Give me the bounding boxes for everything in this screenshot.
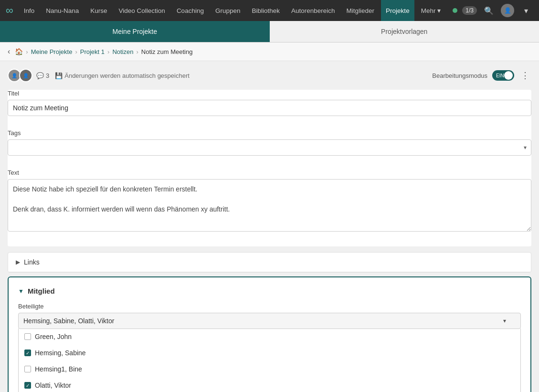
titel-group: Titel (8, 90, 531, 116)
form-card: Titel Tags ▾ Text Diese Notiz habe ich s… (8, 90, 531, 246)
beteiligte-label: Beteiligte (18, 303, 521, 310)
nav-item-mehr[interactable]: Mehr ▾ (416, 0, 446, 21)
nav-badge: 1/3 (462, 6, 477, 15)
dropdown-value: Hemsing, Sabine, Olatti, Viktor (23, 317, 114, 325)
dropdown-item-0[interactable]: Green, John (19, 328, 520, 345)
dropdown-item-1[interactable]: ✓ Hemsing, Sabine (19, 345, 520, 361)
autosave-text: 💾 Änderungen werden automatisch gespeich… (55, 72, 190, 79)
beteiligte-dropdown-list: Green, John ✓ Hemsing, Sabine Hemsing1, … (18, 328, 521, 392)
bc-sep-1: › (26, 48, 28, 55)
bc-sep-4: › (136, 48, 138, 55)
nav-item-coaching[interactable]: Coaching (172, 0, 209, 21)
links-expand-icon: ▶ (16, 259, 20, 265)
home-icon[interactable]: 🏠 (15, 48, 23, 55)
text-textarea[interactable]: Diese Notiz habe ich speziell für den ko… (8, 179, 531, 232)
beteiligte-dropdown-trigger[interactable]: Hemsing, Sabine, Olatti, Viktor ▾ (18, 313, 521, 329)
nav-item-info[interactable]: Info (19, 0, 40, 21)
mitglied-label: Mitglied (28, 287, 55, 295)
avatar-stack: 👤 👤 (8, 69, 31, 82)
dropdown-arrow-icon: ▾ (503, 318, 506, 324)
bc-current: Notiz zum Meeting (141, 48, 193, 55)
nav-item-nanu[interactable]: Nanu-Nana (41, 0, 84, 21)
back-button[interactable]: ‹ (8, 47, 10, 56)
checkbox-hemsing1-bine[interactable] (24, 366, 31, 372)
breadcrumb: ‹ 🏠 › Meine Projekte › Projekt 1 › Notiz… (0, 42, 539, 61)
save-icon: 💾 (55, 72, 63, 79)
bc-projekt1[interactable]: Projekt 1 (80, 48, 105, 55)
autosave-label: Änderungen werden automatisch gespeicher… (64, 72, 190, 79)
tags-select[interactable] (8, 139, 531, 156)
status-dot (453, 8, 457, 13)
bc-sep-2: › (75, 48, 77, 55)
links-section: ▶ Links (8, 252, 531, 273)
toggle-label: EIN (496, 73, 504, 78)
titel-input[interactable] (8, 100, 531, 116)
nav-item-gruppen[interactable]: Gruppen (211, 0, 245, 21)
content-area: 👤 👤 💬 3 💾 Änderungen werden automatisch … (0, 61, 539, 392)
tags-group: Tags ▾ (8, 129, 531, 156)
nav-item-projekte[interactable]: Projekte (381, 0, 414, 21)
dropdown-item-label-2: Hemsing1, Bine (35, 365, 82, 373)
links-section-header[interactable]: ▶ Links (8, 253, 531, 272)
text-group: Text Diese Notiz habe ich speziell für d… (8, 169, 531, 233)
checkbox-green-john[interactable] (24, 333, 31, 340)
comment-count[interactable]: 💬 3 (36, 72, 49, 79)
logo-icon[interactable]: ∞ (6, 4, 13, 17)
tags-label: Tags (8, 129, 531, 137)
avatar-2: 👤 (19, 69, 32, 82)
mitglied-header: ▼ Mitglied (18, 287, 521, 295)
bearbeitungsmodus-toggle[interactable]: EIN (492, 70, 514, 81)
dropdown-item-label-0: Green, John (35, 333, 72, 340)
tab-projektvorlagen[interactable]: Projektvorlagen (270, 21, 539, 42)
tabs-bar: Meine Projekte Projektvorlagen (0, 21, 539, 42)
tab-meine-projekte[interactable]: Meine Projekte (0, 21, 270, 42)
nav-item-mitglieder[interactable]: Mitglieder (342, 0, 380, 21)
navbar: ∞ Info Nanu-Nana Kurse Video Collection … (0, 0, 539, 21)
dropdown-item-2[interactable]: Hemsing1, Bine (19, 361, 520, 377)
text-label: Text (8, 169, 531, 176)
chevron-down-icon[interactable]: ▾ (519, 3, 533, 18)
mitglied-panel: ▼ Mitglied Beteiligte Hemsing, Sabine, O… (8, 276, 531, 392)
toggle-knob (504, 71, 513, 80)
bc-sep-3: › (107, 48, 109, 55)
nav-item-kurse[interactable]: Kurse (85, 0, 112, 21)
dropdown-item-label-3: Olatti, Viktor (35, 381, 71, 389)
toolbar-right: Bearbeitungsmodus EIN ⋮ (432, 70, 531, 81)
comment-number: 3 (46, 72, 49, 79)
links-label: Links (24, 258, 40, 266)
search-icon[interactable]: 🔍 (482, 3, 496, 18)
dropdown-item-3[interactable]: ✓ Olatti, Viktor (19, 377, 520, 392)
toolbar-row: 👤 👤 💬 3 💾 Änderungen werden automatisch … (8, 69, 531, 82)
nav-item-video[interactable]: Video Collection (114, 0, 170, 21)
bc-notizen[interactable]: Notizen (112, 48, 133, 55)
mitglied-collapse-icon[interactable]: ▼ (18, 288, 24, 295)
dropdown-item-label-1: Hemsing, Sabine (35, 349, 86, 357)
comment-icon: 💬 (36, 72, 44, 79)
bearbeitungsmodus-label: Bearbeitungsmodus (432, 72, 487, 79)
checkbox-olatti-viktor[interactable]: ✓ (24, 382, 31, 389)
nav-item-autorenbereich[interactable]: Autorenbereich (286, 0, 340, 21)
tags-select-wrapper: ▾ (8, 139, 531, 156)
titel-label: Titel (8, 90, 531, 97)
nav-item-bibliothek[interactable]: Bibliothek (247, 0, 285, 21)
beteiligte-group: Beteiligte Hemsing, Sabine, Olatti, Vikt… (18, 303, 521, 392)
avatar[interactable]: 👤 (501, 4, 514, 17)
bc-meine-projekte[interactable]: Meine Projekte (31, 48, 73, 55)
checkbox-hemsing-sabine[interactable]: ✓ (24, 350, 31, 356)
kebab-menu-button[interactable]: ⋮ (519, 70, 531, 81)
navbar-right: 1/3 🔍 👤 ▾ (453, 3, 533, 18)
